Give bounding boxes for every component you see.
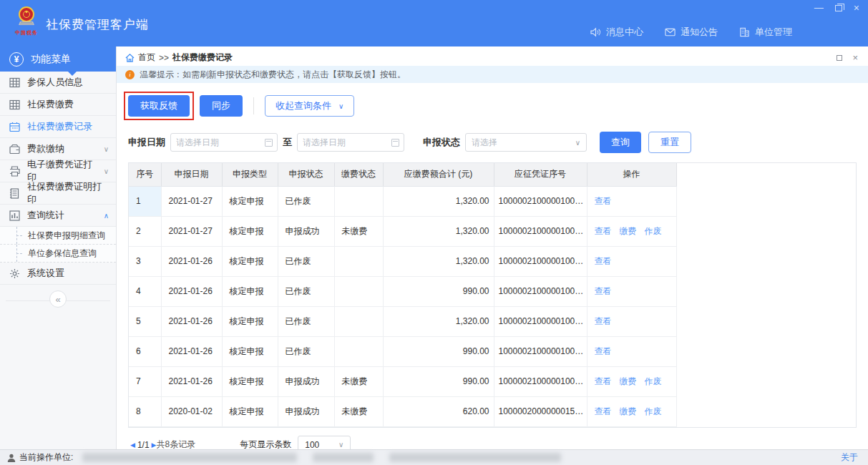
- pay-link[interactable]: 缴费: [620, 226, 637, 236]
- sidebar-collapse-button[interactable]: «: [49, 290, 67, 308]
- topbar-menu-unit-management[interactable]: 单位管理: [739, 26, 792, 39]
- about-link[interactable]: 关于: [841, 451, 858, 464]
- cell-actions: 查看: [587, 246, 676, 276]
- current-unit-label: 当前操作单位:: [19, 451, 73, 464]
- table-row: 82020-01-02核定申报申报成功未缴费620.00100000200000…: [129, 396, 676, 426]
- sidebar-item-payment-cert-print[interactable]: 社保费缴费证明打印: [0, 182, 116, 205]
- sidebar-subitem-unit-insured-info-query[interactable]: 单位参保信息查询: [0, 245, 116, 263]
- sidebar-item-system-settings[interactable]: 系统设置: [0, 263, 116, 285]
- sync-button[interactable]: 同步: [200, 95, 243, 117]
- column-header: 缴费状态: [334, 163, 383, 186]
- per-page-select[interactable]: 100 ∨: [298, 436, 351, 449]
- chevron-down-icon: ∨: [338, 441, 343, 449]
- cell-voucher: 100000210000010000...: [494, 336, 587, 366]
- cert-icon: [9, 188, 20, 199]
- view-link[interactable]: 查看: [595, 226, 612, 236]
- date-to-input[interactable]: [303, 137, 391, 147]
- breadcrumb-home[interactable]: 首页: [138, 52, 155, 64]
- view-link[interactable]: 查看: [595, 316, 612, 326]
- topbar-menu-label: 消息中心: [606, 26, 643, 39]
- column-header: 应征凭证序号: [494, 163, 587, 186]
- sidebar-item-payment-of-fees[interactable]: 费款缴纳∨: [0, 138, 116, 160]
- cell-dstatus: 已作废: [278, 186, 334, 216]
- cell-actions: 查看缴费作废: [587, 396, 676, 426]
- wallet-icon: [9, 144, 20, 155]
- get-feedback-button[interactable]: 获取反馈: [128, 95, 190, 117]
- collapse-query-button[interactable]: 收起查询条件 ∨: [265, 95, 354, 117]
- printer-icon: [9, 166, 20, 177]
- column-header: 申报状态: [278, 163, 334, 186]
- void-link[interactable]: 作废: [645, 376, 662, 386]
- chevron-down-icon: ∨: [338, 102, 343, 110]
- sidebar-item-insured-person-info[interactable]: 参保人员信息: [0, 72, 116, 94]
- cell-pstatus: 未缴费: [334, 216, 383, 246]
- next-page-icon[interactable]: ▶: [152, 441, 157, 449]
- cell-date: 2020-01-02: [161, 396, 222, 426]
- view-link[interactable]: 查看: [595, 376, 612, 386]
- view-link[interactable]: 查看: [595, 196, 612, 206]
- cell-seq: 6: [129, 336, 161, 366]
- pay-link[interactable]: 缴费: [620, 376, 637, 386]
- sidebar-item-fee-payment[interactable]: 社保费缴费: [0, 94, 116, 116]
- topbar-menu-notice-bulletin[interactable]: 通知公告: [665, 26, 718, 39]
- date-from-input[interactable]: [176, 137, 265, 147]
- cell-type: 核定申报: [222, 216, 278, 246]
- cell-voucher: 100000210000010000...: [494, 186, 587, 216]
- calendar-icon[interactable]: [391, 139, 399, 147]
- app-logo: 中国税务: [14, 6, 39, 36]
- column-header: 应缴费额合计 (元): [383, 163, 494, 186]
- cell-seq: 7: [129, 366, 161, 396]
- cell-amount: 990.00: [383, 276, 494, 306]
- cell-dstatus: 申报成功: [278, 396, 334, 426]
- void-link[interactable]: 作废: [645, 406, 662, 416]
- view-link[interactable]: 查看: [595, 346, 612, 356]
- sidebar-subitem-declare-detail-query[interactable]: 社保费申报明细查询: [0, 227, 116, 245]
- sidebar-item-e-voucher-print[interactable]: 电子缴费凭证打印∨: [0, 160, 116, 182]
- declare-status-select[interactable]: 请选择 ∨: [465, 133, 587, 152]
- panel-maximize-icon[interactable]: [837, 55, 842, 61]
- topbar-menu-message-center[interactable]: 消息中心: [590, 26, 643, 39]
- topbar: 中国税务 社保费管理客户端 — × 消息中心通知公告单位管理: [0, 0, 868, 46]
- chevron-up-icon: ∧: [104, 212, 109, 220]
- sidebar-item-query-statistics[interactable]: 查询统计∧: [0, 205, 116, 227]
- sidebar-menu: 参保人员信息社保费缴费社保费缴费记录费款缴纳∨电子缴费凭证打印∨社保费缴费证明打…: [0, 72, 116, 285]
- calendar-icon[interactable]: [265, 139, 273, 147]
- column-header: 申报类型: [222, 163, 278, 186]
- cell-seq: 5: [129, 306, 161, 336]
- sidebar-item-fee-payment-records[interactable]: 社保费缴费记录: [0, 116, 116, 138]
- prev-page-icon[interactable]: ◀: [130, 441, 135, 449]
- sidebar: ¥ 功能菜单 参保人员信息社保费缴费社保费缴费记录费款缴纳∨电子缴费凭证打印∨社…: [0, 46, 117, 449]
- calendar-icon: [9, 122, 20, 132]
- view-link[interactable]: 查看: [595, 256, 612, 266]
- view-link[interactable]: 查看: [595, 406, 612, 416]
- view-link[interactable]: 查看: [595, 286, 612, 296]
- column-header: 操作: [587, 163, 676, 186]
- sidebar-item-label: 参保人员信息: [27, 76, 83, 89]
- query-button[interactable]: 查询: [600, 132, 641, 153]
- total-records: 共8条记录: [157, 439, 196, 449]
- reset-button[interactable]: 重置: [648, 132, 691, 153]
- sidebar-subitem-label: 单位参保信息查询: [28, 248, 97, 260]
- close-icon[interactable]: ×: [854, 4, 859, 12]
- table-row: 32021-01-26核定申报已作废1,320.0010000021000001…: [129, 246, 676, 276]
- panel-close-icon[interactable]: ×: [852, 54, 858, 62]
- records-table: 序号申报日期申报类型申报状态缴费状态应缴费额合计 (元)应征凭证序号操作 120…: [129, 163, 677, 427]
- minimize-icon[interactable]: —: [814, 4, 824, 11]
- cell-seq: 4: [129, 276, 161, 306]
- table-header-row: 序号申报日期申报类型申报状态缴费状态应缴费额合计 (元)应征凭证序号操作: [129, 163, 676, 186]
- void-link[interactable]: 作废: [645, 226, 662, 236]
- cell-voucher: 100000200000001502...: [494, 396, 587, 426]
- sidebar-header: ¥ 功能菜单: [0, 46, 116, 72]
- cell-actions: 查看缴费作废: [587, 366, 676, 396]
- cell-voucher: 100000210000010000...: [494, 366, 587, 396]
- chevron-down-icon: ∨: [575, 139, 580, 147]
- sidebar-header-label: 功能菜单: [31, 53, 71, 66]
- restore-icon[interactable]: [835, 5, 842, 11]
- cell-dstatus: 申报成功: [278, 366, 334, 396]
- pay-link[interactable]: 缴费: [620, 406, 637, 416]
- cell-seq: 3: [129, 246, 161, 276]
- cell-date: 2021-01-26: [161, 246, 222, 276]
- cell-actions: 查看: [587, 276, 676, 306]
- cell-type: 核定申报: [222, 396, 278, 426]
- table-row: 72021-01-26核定申报申报成功未缴费990.00100000210000…: [129, 366, 676, 396]
